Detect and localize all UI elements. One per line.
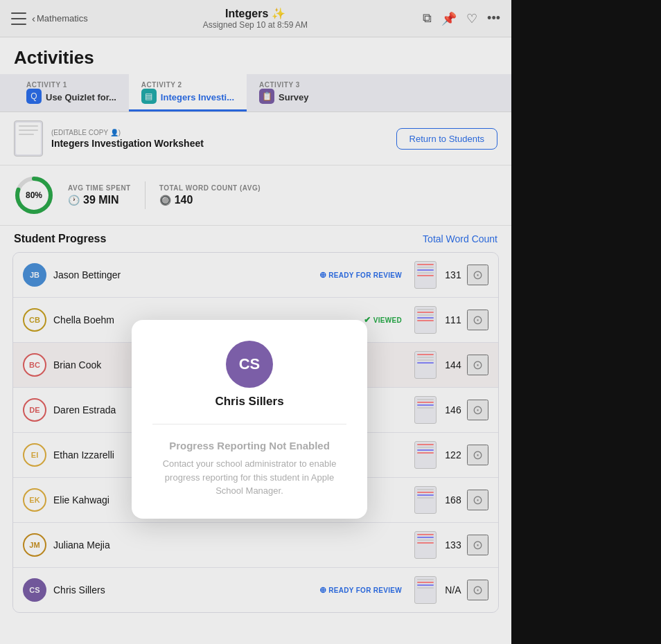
popup-no-report-title: Progress Reporting Not Enabled [169, 440, 330, 451]
popup-student-name: Chris Sillers [215, 395, 283, 409]
right-dark-area [511, 0, 661, 644]
student-popup-card: CS Chris Sillers Progress Reporting Not … [132, 320, 367, 519]
popup-avatar: CS [226, 341, 273, 388]
main-content-area: ‹ Mathematics Integers ✨ Assigned Sep 10… [0, 0, 511, 644]
popup-no-report-desc: Contact your school administrator to ena… [152, 457, 346, 498]
popup-divider [152, 424, 346, 424]
popup-overlay: CS Chris Sillers Progress Reporting Not … [0, 0, 511, 644]
